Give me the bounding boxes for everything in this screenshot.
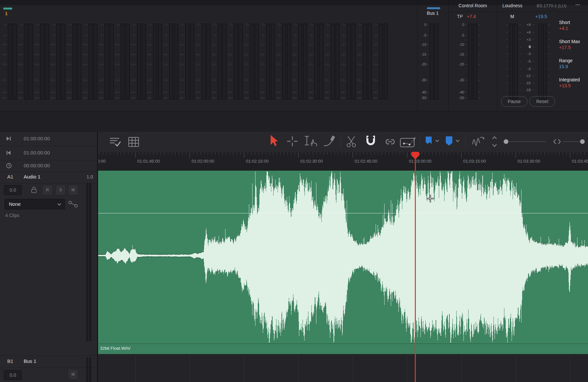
prev-marker-timecode[interactable]: 01:00:00:00 bbox=[24, 150, 50, 155]
flexible-keyframe-icon[interactable] bbox=[400, 136, 417, 148]
ruler-minor-tick bbox=[334, 152, 335, 155]
link-icon[interactable] bbox=[384, 136, 396, 147]
loudness-stat-value: +4.1 bbox=[559, 26, 588, 31]
ruler-minor-tick bbox=[193, 152, 194, 155]
solo-button[interactable]: S bbox=[56, 186, 65, 194]
bus-id[interactable]: B1 bbox=[7, 358, 13, 364]
trim-tool-icon[interactable] bbox=[286, 136, 298, 147]
ruler-minor-tick bbox=[248, 152, 248, 155]
volume-automation-line[interactable] bbox=[98, 213, 588, 213]
playhead-line[interactable] bbox=[415, 156, 416, 382]
marker-icon[interactable] bbox=[445, 136, 453, 146]
flag-chevron-icon[interactable] bbox=[435, 140, 439, 142]
timeline-ruler[interactable]: 01:01:30:0001:01:45:0001:02:00:0001:02:1… bbox=[98, 152, 588, 171]
track-height-icon[interactable] bbox=[492, 136, 497, 148]
ruler-timecode-label: 01:03:30:00 bbox=[518, 159, 540, 164]
lock-icon[interactable] bbox=[30, 186, 38, 193]
loudness-stat: Integrated+13.5 bbox=[559, 77, 588, 88]
next-marker-timecode[interactable]: 01:00:00:00 bbox=[24, 136, 50, 141]
channel-meter-bar bbox=[105, 24, 109, 99]
ruler-timecode-label: 01:02:00:00 bbox=[192, 159, 214, 164]
waveform-zoom-icon[interactable] bbox=[471, 135, 485, 148]
loudness-s-bar-left bbox=[539, 24, 542, 99]
ruler-minor-tick bbox=[476, 152, 476, 155]
channel-meter-bar bbox=[94, 24, 97, 99]
ruler-minor-tick bbox=[363, 152, 364, 155]
ruler-minor-tick bbox=[258, 152, 259, 155]
toolbar-divider bbox=[466, 136, 466, 148]
ruler-minor-tick bbox=[277, 152, 277, 155]
fit-zoom-icon[interactable] bbox=[553, 139, 561, 145]
ruler-minor-tick bbox=[411, 152, 411, 155]
ruler-minor-tick bbox=[472, 152, 472, 155]
record-arm-button[interactable]: R bbox=[43, 186, 52, 194]
loudness-menu-icon[interactable]: ••• bbox=[575, 3, 580, 7]
ruler-minor-tick bbox=[447, 152, 447, 155]
channel-meter-bar bbox=[319, 24, 323, 99]
ruler-minor-tick bbox=[287, 152, 288, 155]
snapping-magnet-icon[interactable] bbox=[364, 134, 377, 148]
control-room-panel: Control Room TP +7.4 0-5-10-15-20-30-40-… bbox=[448, 0, 497, 111]
channel-meter-bar bbox=[255, 24, 259, 99]
clip-waveform-area[interactable] bbox=[98, 171, 588, 343]
ruler-major-tick bbox=[190, 152, 190, 158]
pause-button[interactable]: Pause bbox=[501, 96, 527, 107]
ruler-minor-tick bbox=[320, 152, 320, 155]
duration-timecode[interactable]: 00:00:00:00 bbox=[24, 163, 50, 168]
ruler-minor-tick bbox=[440, 152, 440, 155]
channel-meter: 0-5-10-15-20-30-40-50 bbox=[147, 0, 163, 111]
track-gain-value[interactable]: 1.0 bbox=[87, 174, 93, 179]
channel-meter-bar bbox=[8, 24, 12, 99]
marker-chevron-icon[interactable] bbox=[456, 140, 460, 142]
channel-meter: 0-5-10-15-20-30-40-50 bbox=[18, 0, 34, 111]
razor-tool-icon[interactable] bbox=[346, 135, 358, 149]
bus-track-lane[interactable] bbox=[98, 355, 588, 382]
loudness-title: Loudness bbox=[502, 3, 522, 8]
mute-button[interactable]: M bbox=[69, 186, 77, 194]
track-name[interactable]: Audio 1 bbox=[24, 174, 40, 179]
pen-tool-icon[interactable] bbox=[321, 135, 336, 148]
audio-clip[interactable]: 32bit Float.WAV bbox=[98, 171, 588, 354]
ruler-minor-tick bbox=[458, 152, 458, 155]
channel-meter: 0-5-10-15-20-30-40-50 bbox=[357, 0, 373, 111]
track-input-dropdown[interactable]: None bbox=[5, 199, 65, 209]
index-icon[interactable] bbox=[128, 136, 140, 148]
timeline-view-options-icon[interactable] bbox=[109, 136, 122, 148]
channel-meter: 0-5-10-15-20-30-40-50 bbox=[292, 0, 308, 111]
track-id[interactable]: A1 bbox=[7, 174, 13, 179]
reset-button[interactable]: Reset bbox=[529, 96, 555, 107]
ruler-minor-tick bbox=[143, 152, 143, 155]
loudness-stat: Short Max+17.5 bbox=[559, 39, 588, 50]
goto-prev-marker-icon[interactable] bbox=[6, 150, 12, 156]
track-volume-value[interactable]: 0.0 bbox=[4, 185, 22, 195]
ruler-minor-tick bbox=[237, 152, 237, 155]
ruler-minor-tick bbox=[436, 152, 436, 155]
automation-curve-icon[interactable] bbox=[68, 200, 78, 209]
ruler-minor-tick bbox=[219, 152, 219, 155]
range-selection-tool-icon[interactable] bbox=[303, 135, 319, 148]
bus-volume-value[interactable]: 0.0 bbox=[4, 370, 22, 380]
clip-name-strip[interactable]: 32bit Float.WAV bbox=[98, 343, 588, 354]
ruler-minor-tick bbox=[157, 152, 157, 155]
ruler-minor-tick bbox=[309, 152, 309, 155]
ruler-minor-tick bbox=[530, 152, 530, 155]
channel-meter-bar bbox=[24, 24, 28, 99]
loudness-stat: Range15.9 bbox=[559, 58, 588, 69]
loudness-m-bar-left bbox=[509, 24, 513, 99]
ruler-minor-tick bbox=[295, 152, 295, 155]
ruler-minor-tick bbox=[349, 152, 349, 155]
goto-next-marker-icon[interactable] bbox=[6, 136, 12, 142]
flag-icon[interactable] bbox=[425, 136, 433, 146]
bus-mute-button[interactable]: M bbox=[69, 370, 77, 379]
zoom-slider-track[interactable] bbox=[503, 141, 546, 142]
selection-tool-icon[interactable] bbox=[269, 134, 279, 148]
bus1-meter-label: Bus 1 bbox=[417, 11, 448, 16]
vertical-zoom-slider-thumb[interactable] bbox=[580, 139, 585, 144]
ruler-minor-tick bbox=[360, 152, 360, 155]
zoom-slider-thumb[interactable] bbox=[504, 139, 508, 144]
ruler-minor-tick bbox=[302, 152, 302, 155]
bus-name[interactable]: Bus 1 bbox=[24, 358, 36, 364]
ruler-minor-tick bbox=[526, 152, 527, 155]
control-room-meter-bar-left bbox=[468, 24, 472, 99]
ruler-minor-tick bbox=[124, 152, 125, 155]
